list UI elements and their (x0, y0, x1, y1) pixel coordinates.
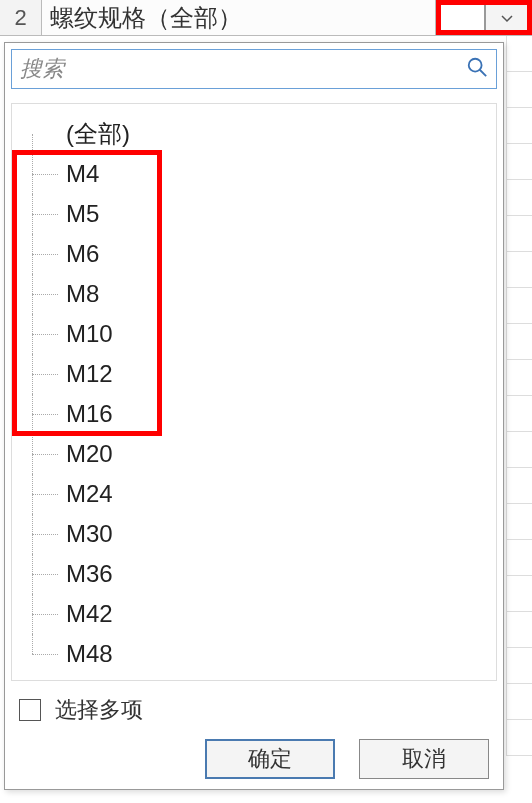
tree-item-label: M5 (66, 200, 99, 228)
tree-connector (18, 154, 66, 194)
tree-item-label: M8 (66, 280, 99, 308)
tree-connector (18, 514, 66, 554)
tree-item-label: M4 (66, 160, 99, 188)
tree-root-label: (全部) (66, 118, 130, 150)
multiselect-checkbox[interactable] (19, 699, 41, 721)
svg-point-0 (469, 59, 482, 72)
tree-item-label: M24 (66, 480, 113, 508)
tree-item[interactable]: M42 (18, 594, 490, 634)
tree-item[interactable]: M20 (18, 434, 490, 474)
tree-item[interactable]: M16 (18, 394, 490, 434)
tree-connector (18, 554, 66, 594)
tree-item[interactable]: M30 (18, 514, 490, 554)
tree-connector (18, 354, 66, 394)
chevron-down-icon (501, 9, 513, 27)
tree-root-item[interactable]: (全部) (18, 114, 490, 154)
tree-item[interactable]: M5 (18, 194, 490, 234)
tree-connector (18, 474, 66, 514)
tree-item-label: M6 (66, 240, 99, 268)
tree-connector (18, 634, 66, 674)
filter-column-label: 螺纹规格（全部） (42, 0, 436, 35)
tree-item-label: M30 (66, 520, 113, 548)
tree-connector (18, 394, 66, 434)
popup-footer: 选择多项 确定 取消 (5, 685, 503, 789)
tree-item-label: M42 (66, 600, 113, 628)
tree-item-label: M20 (66, 440, 113, 468)
ok-button[interactable]: 确定 (205, 739, 335, 779)
tree-item-label: M12 (66, 360, 113, 388)
cancel-button[interactable]: 取消 (359, 739, 489, 779)
tree-connector (18, 274, 66, 314)
search-icon[interactable] (466, 56, 488, 82)
tree-item-label: M48 (66, 640, 113, 668)
multiselect-label: 选择多项 (55, 695, 143, 725)
tree-connector (18, 114, 66, 154)
filter-dropdown-button[interactable] (485, 5, 527, 30)
tree-item-label: M36 (66, 560, 113, 588)
svg-line-1 (480, 70, 486, 76)
search-input[interactable] (20, 56, 466, 82)
tree-item[interactable]: M10 (18, 314, 490, 354)
filter-header-row: 2 螺纹规格（全部） (0, 0, 532, 36)
filter-tree: (全部) M4M5M6M8M10M12M16M20M24M30M36M42M48 (5, 95, 503, 685)
tree-connector (18, 234, 66, 274)
tree-item[interactable]: M24 (18, 474, 490, 514)
search-row (11, 49, 497, 89)
dropdown-spacer (441, 5, 485, 30)
tree-connector (18, 194, 66, 234)
tree-item[interactable]: M48 (18, 634, 490, 674)
tree-item[interactable]: M4 (18, 154, 490, 194)
grid-lines (506, 36, 532, 803)
tree-item[interactable]: M8 (18, 274, 490, 314)
multiselect-row: 选择多项 (19, 695, 489, 725)
button-row: 确定 取消 (19, 735, 489, 783)
tree-item[interactable]: M12 (18, 354, 490, 394)
tree-item[interactable]: M36 (18, 554, 490, 594)
tree-connector (18, 314, 66, 354)
tree-item-label: M16 (66, 400, 113, 428)
tree-item[interactable]: M6 (18, 234, 490, 274)
dropdown-highlight (436, 0, 532, 35)
tree-connector (18, 434, 66, 474)
filter-dropdown-popup: (全部) M4M5M6M8M10M12M16M20M24M30M36M42M48… (4, 42, 504, 790)
tree-connector (18, 594, 66, 634)
row-number: 2 (0, 0, 42, 35)
tree-item-label: M10 (66, 320, 113, 348)
